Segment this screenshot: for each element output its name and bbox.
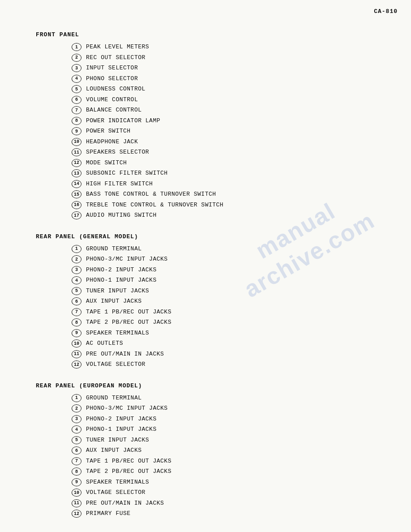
item-label: AUX INPUT JACKS: [86, 446, 142, 455]
list-item: 1PEAK LEVEL METERS: [72, 43, 384, 51]
list-item: 5LOUDNESS CONTROL: [72, 85, 384, 94]
section-front-panel-title: FRONT PANEL: [36, 31, 384, 38]
item-number: 7: [72, 457, 81, 465]
item-label: HEADPHONE JACK: [86, 137, 138, 146]
item-number: 2: [72, 54, 81, 62]
item-number: 4: [72, 425, 81, 433]
item-number: 11: [72, 148, 81, 156]
item-label: PRE OUT/MAIN IN JACKS: [86, 350, 164, 359]
item-number: 9: [72, 329, 81, 337]
item-number: 16: [72, 201, 81, 209]
item-number: 12: [72, 159, 81, 167]
item-number: 12: [72, 360, 81, 369]
item-number: 12: [72, 510, 81, 518]
item-label: VOLUME CONTROL: [86, 95, 138, 104]
item-label: VOLTAGE SELECTOR: [86, 488, 146, 497]
item-number: 8: [72, 117, 81, 125]
list-item: 4PHONO-1 INPUT JACKS: [72, 276, 384, 285]
item-label: TUNER INPUT JACKS: [86, 287, 149, 296]
list-item: 3PHONO-2 INPUT JACKS: [72, 415, 384, 424]
item-label: GROUND TERMINAL: [86, 394, 142, 403]
item-label: AUX INPUT JACKS: [86, 297, 142, 306]
item-number: 3: [72, 415, 81, 423]
item-number: 17: [72, 211, 81, 219]
item-label: LOUDNESS CONTROL: [86, 85, 146, 94]
list-item: 13SUBSONIC FILTER SWITCH: [72, 169, 384, 178]
item-number: 8: [72, 468, 81, 476]
item-label: PHONO-3/MC INPUT JACKS: [86, 255, 168, 264]
list-item: 7TAPE 1 PB/REC OUT JACKS: [72, 457, 384, 466]
item-label: GROUND TERMINAL: [86, 245, 142, 253]
item-label: MODE SWITCH: [86, 159, 127, 167]
list-item: 1GROUND TERMINAL: [72, 245, 384, 253]
list-item: 9POWER SWITCH: [72, 127, 384, 136]
item-label: TUNER INPUT JACKS: [86, 436, 149, 445]
item-label: PHONO-2 INPUT JACKS: [86, 415, 157, 424]
item-label: AUDIO MUTING SWITCH: [86, 211, 157, 220]
item-number: 7: [72, 106, 81, 114]
list-item: 2REC OUT SELECTOR: [72, 53, 384, 62]
list-item: 16TREBLE TONE CONTROL & TURNOVER SWITCH: [72, 201, 384, 210]
item-label: TAPE 1 PB/REC OUT JACKS: [86, 308, 171, 317]
list-item: 6VOLUME CONTROL: [72, 95, 384, 104]
item-number: 5: [72, 287, 81, 295]
list-item: 15BASS TONE CONTROL & TURNOVER SWITCH: [72, 190, 384, 199]
item-label: SPEAKER TERMINALS: [86, 478, 149, 487]
rear-european-list: 1GROUND TERMINAL2PHONO-3/MC INPUT JACKS3…: [72, 394, 384, 518]
item-label: PHONO-3/MC INPUT JACKS: [86, 404, 168, 413]
item-label: SPEAKERS SELECTOR: [86, 148, 149, 157]
list-item: 11SPEAKERS SELECTOR: [72, 148, 384, 157]
list-item: 5TUNER INPUT JACKS: [72, 287, 384, 296]
item-label: BALANCE CONTROL: [86, 106, 142, 115]
list-item: 3INPUT SELECTOR: [72, 64, 384, 73]
item-number: 13: [72, 169, 81, 177]
list-item: 4PHONO-1 INPUT JACKS: [72, 425, 384, 434]
item-number: 7: [72, 308, 81, 316]
page: CA-810 FRONT PANEL 1PEAK LEVEL METERS2RE…: [0, 0, 411, 532]
list-item: 11PRE OUT/MAIN IN JACKS: [72, 350, 384, 359]
item-number: 2: [72, 255, 81, 263]
item-number: 15: [72, 190, 81, 198]
list-item: 6AUX INPUT JACKS: [72, 297, 384, 306]
item-label: PHONO-2 INPUT JACKS: [86, 266, 157, 275]
list-item: 4PHONO SELECTOR: [72, 74, 384, 83]
list-item: 2PHONO-3/MC INPUT JACKS: [72, 255, 384, 264]
item-label: TAPE 1 PB/REC OUT JACKS: [86, 457, 171, 466]
list-item: 17AUDIO MUTING SWITCH: [72, 211, 384, 220]
list-item: 8TAPE 2 PB/REC OUT JACKS: [72, 318, 384, 327]
list-item: 12MODE SWITCH: [72, 159, 384, 167]
item-label: TAPE 2 PB/REC OUT JACKS: [86, 467, 171, 476]
item-number: 1: [72, 43, 81, 51]
item-number: 6: [72, 96, 81, 104]
item-number: 4: [72, 75, 81, 83]
item-number: 9: [72, 478, 81, 486]
item-label: AC OUTLETS: [86, 339, 123, 348]
list-item: 3PHONO-2 INPUT JACKS: [72, 266, 384, 275]
list-item: 11PRE OUT/MAIN IN JACKS: [72, 499, 384, 508]
item-number: 2: [72, 404, 81, 412]
section-rear-general-title: REAR PANEL (GENERAL MODEL): [36, 233, 384, 240]
item-label: POWER INDICATOR LAMP: [86, 116, 160, 125]
list-item: 10AC OUTLETS: [72, 339, 384, 348]
front-panel-list: 1PEAK LEVEL METERS2REC OUT SELECTOR3INPU…: [72, 43, 384, 220]
item-number: 14: [72, 180, 81, 188]
item-number: 1: [72, 394, 81, 402]
item-number: 5: [72, 436, 81, 444]
list-item: 10HEADPHONE JACK: [72, 137, 384, 146]
item-label: PRIMARY FUSE: [86, 509, 131, 518]
item-number: 3: [72, 64, 81, 72]
item-number: 10: [72, 339, 81, 348]
list-item: 6AUX INPUT JACKS: [72, 446, 384, 455]
item-label: POWER SWITCH: [86, 127, 131, 136]
item-number: 10: [72, 138, 81, 146]
item-label: PHONO-1 INPUT JACKS: [86, 276, 157, 285]
item-number: 6: [72, 446, 81, 455]
list-item: 5TUNER INPUT JACKS: [72, 436, 384, 445]
list-item: 2PHONO-3/MC INPUT JACKS: [72, 404, 384, 413]
list-item: 8POWER INDICATOR LAMP: [72, 116, 384, 125]
item-label: TAPE 2 PB/REC OUT JACKS: [86, 318, 171, 327]
item-number: 11: [72, 499, 81, 507]
list-item: 9SPEAKER TERMINALS: [72, 478, 384, 487]
item-number: 6: [72, 297, 81, 305]
item-label: BASS TONE CONTROL & TURNOVER SWITCH: [86, 190, 216, 199]
